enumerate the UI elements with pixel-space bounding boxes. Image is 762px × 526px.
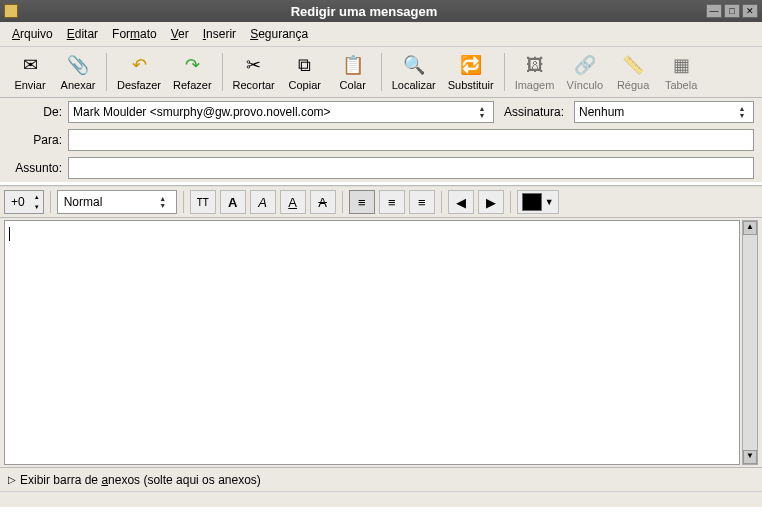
signature-combo[interactable]: Nenhum ▲▼ [574,101,754,123]
color-swatch [522,193,542,211]
italic-button[interactable]: A [250,190,276,214]
menu-arquivo[interactable]: Arquivo [6,25,59,43]
from-label: De: [8,105,62,119]
align-right-button[interactable]: ≡ [409,190,435,214]
send-icon: ✉ [18,53,42,77]
from-combo[interactable]: Mark Moulder <smurphy@gw.provo.novell.co… [68,101,494,123]
to-row: Para: [0,126,762,154]
send-button[interactable]: ✉Enviar [8,51,52,93]
undo-icon: ↶ [127,53,151,77]
to-label: Para: [8,133,62,147]
scroll-up-icon[interactable]: ▲ [743,221,757,235]
chevron-updown-icon: ▲▼ [156,195,170,209]
expand-icon: ▷ [8,474,16,485]
separator [342,191,343,213]
find-button[interactable]: 🔍Localizar [388,51,440,93]
cut-icon: ✂ [242,53,266,77]
statusbar [0,491,762,507]
message-body[interactable] [4,220,740,465]
cut-button[interactable]: ✂Recortar [229,51,279,93]
chevron-down-icon: ▼ [545,197,554,207]
separator [381,53,382,91]
separator [50,191,51,213]
subject-row: Assunto: [0,154,762,182]
ruler-icon: 📏 [621,53,645,77]
paragraph-style-combo[interactable]: Normal ▲▼ [57,190,177,214]
menu-formato[interactable]: Formato [106,25,163,43]
attachment-label: Exibir barra de anexos (solte aqui os an… [20,473,261,487]
window-title: Redigir uma mensagem [24,4,704,19]
format-toolbar: +0 ▲▼ Normal ▲▼ TT A A A A ≡ ≡ ≡ ◀ ▶ ▼ [0,186,762,218]
attach-icon: 📎 [66,53,90,77]
attach-button[interactable]: 📎Anexar [56,51,100,93]
from-row: De: Mark Moulder <smurphy@gw.provo.novel… [0,98,762,126]
redo-button[interactable]: ↷Refazer [169,51,216,93]
typewriter-button[interactable]: TT [190,190,216,214]
paste-button[interactable]: 📋Colar [331,51,375,93]
toolbar: ✉Enviar 📎Anexar ↶Desfazer ↷Refazer ✂Reco… [0,47,762,98]
table-icon: ▦ [669,53,693,77]
vertical-scrollbar[interactable]: ▲ ▼ [742,220,758,465]
find-icon: 🔍 [402,53,426,77]
separator [510,191,511,213]
font-size-spinner[interactable]: +0 ▲▼ [4,190,44,214]
separator [106,53,107,91]
editor-area: ▲ ▼ [0,218,762,467]
redo-icon: ↷ [180,53,204,77]
menu-ver[interactable]: Ver [165,25,195,43]
align-left-button[interactable]: ≡ [349,190,375,214]
ruler-button: 📏Régua [611,51,655,93]
chevron-updown-icon: ▲▼ [735,105,749,119]
signature-label: Assinatura: [500,105,568,119]
link-icon: 🔗 [573,53,597,77]
text-color-button[interactable]: ▼ [517,190,559,214]
indent-more-button[interactable]: ▶ [478,190,504,214]
subject-input[interactable] [68,157,754,179]
minimize-button[interactable]: — [706,4,722,18]
undo-button[interactable]: ↶Desfazer [113,51,165,93]
replace-icon: 🔁 [459,53,483,77]
menu-inserir[interactable]: Inserir [197,25,242,43]
titlebar: Redigir uma mensagem — □ ✕ [0,0,762,22]
copy-icon: ⧉ [293,53,317,77]
image-icon: 🖼 [523,53,547,77]
indent-less-button[interactable]: ◀ [448,190,474,214]
copy-button[interactable]: ⧉Copiar [283,51,327,93]
bold-button[interactable]: A [220,190,246,214]
underline-button[interactable]: A [280,190,306,214]
separator [222,53,223,91]
menubar: Arquivo Editar Formato Ver Inserir Segur… [0,22,762,47]
image-button: 🖼Imagem [511,51,559,93]
link-button: 🔗Vínculo [562,51,607,93]
attachment-bar[interactable]: ▷ Exibir barra de anexos (solte aqui os … [0,467,762,491]
replace-button[interactable]: 🔁Substituir [444,51,498,93]
table-button: ▦Tabela [659,51,703,93]
scroll-down-icon[interactable]: ▼ [743,450,757,464]
app-icon [4,4,18,18]
chevron-updown-icon: ▲▼ [31,192,43,212]
separator [441,191,442,213]
subject-label: Assunto: [8,161,62,175]
scroll-track[interactable] [743,235,757,450]
chevron-updown-icon: ▲▼ [475,105,489,119]
close-button[interactable]: ✕ [742,4,758,18]
separator [183,191,184,213]
maximize-button[interactable]: □ [724,4,740,18]
menu-editar[interactable]: Editar [61,25,104,43]
separator [504,53,505,91]
paste-icon: 📋 [341,53,365,77]
strike-button[interactable]: A [310,190,336,214]
to-input[interactable] [68,129,754,151]
menu-seguranca[interactable]: Segurança [244,25,314,43]
align-center-button[interactable]: ≡ [379,190,405,214]
